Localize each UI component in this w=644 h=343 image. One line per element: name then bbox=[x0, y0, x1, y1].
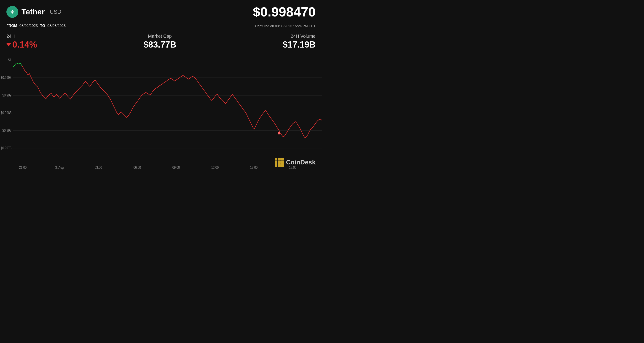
arrow-down-icon bbox=[6, 43, 11, 46]
coin-info: Tether USDT bbox=[6, 6, 65, 18]
header: Tether USDT $0.998470 bbox=[0, 0, 322, 22]
svg-rect-31 bbox=[275, 164, 278, 167]
main-container: Tether USDT $0.998470 FROM 08/02/2023 TO… bbox=[0, 0, 322, 172]
stats-row: 24H 0.14% Market Cap $83.77B 24H Volume … bbox=[0, 30, 322, 52]
to-value: 08/03/2023 bbox=[47, 24, 66, 28]
coindesk-icon bbox=[274, 157, 284, 168]
coindesk-text: CoinDesk bbox=[286, 159, 316, 166]
svg-text:09:00: 09:00 bbox=[172, 165, 180, 170]
coin-logo bbox=[6, 6, 18, 18]
marketcap-value: $83.77B bbox=[144, 40, 176, 50]
date-range: FROM 08/02/2023 TO 08/03/2023 bbox=[6, 24, 66, 28]
svg-rect-27 bbox=[275, 161, 278, 164]
svg-text:$0.9995: $0.9995 bbox=[1, 76, 12, 80]
stat-volume: 24H Volume $17.19B bbox=[283, 34, 316, 50]
coin-name: Tether bbox=[22, 7, 44, 16]
current-price: $0.998470 bbox=[253, 4, 316, 20]
svg-text:$0.9985: $0.9985 bbox=[1, 111, 12, 115]
svg-text:$0.9975: $0.9975 bbox=[1, 146, 12, 150]
svg-rect-32 bbox=[278, 164, 280, 167]
svg-rect-25 bbox=[275, 158, 278, 160]
svg-text:3. Aug: 3. Aug bbox=[55, 165, 64, 170]
change-value: 0.14% bbox=[6, 40, 37, 50]
svg-text:$0.998: $0.998 bbox=[2, 128, 12, 133]
captured-text: Captured on 08/03/2023 15:24 PM EDT bbox=[255, 24, 316, 28]
svg-text:$0.999: $0.999 bbox=[2, 93, 12, 98]
svg-rect-33 bbox=[281, 164, 284, 167]
stat-marketcap: Market Cap $83.77B bbox=[144, 34, 176, 50]
coindesk-logo: CoinDesk bbox=[274, 157, 316, 168]
chart-area: $1 $0.9995 $0.999 $0.9985 $0.998 $0.9975… bbox=[0, 52, 322, 172]
price-dot bbox=[278, 132, 280, 134]
svg-rect-30 bbox=[281, 161, 284, 164]
svg-text:15:00: 15:00 bbox=[250, 165, 258, 170]
svg-text:03:00: 03:00 bbox=[95, 165, 102, 170]
change-label: 24H bbox=[6, 34, 37, 39]
svg-rect-2 bbox=[0, 52, 322, 172]
volume-label: 24H Volume bbox=[283, 34, 316, 39]
svg-text:06:00: 06:00 bbox=[134, 165, 141, 170]
svg-text:12:00: 12:00 bbox=[211, 165, 219, 170]
volume-value: $17.19B bbox=[283, 40, 316, 50]
coin-ticker: USDT bbox=[50, 9, 64, 15]
svg-rect-29 bbox=[281, 158, 284, 160]
marketcap-label: Market Cap bbox=[144, 34, 176, 39]
from-value: 08/02/2023 bbox=[20, 24, 38, 28]
svg-text:21:00: 21:00 bbox=[19, 165, 27, 170]
svg-rect-26 bbox=[278, 158, 280, 160]
price-chart: $1 $0.9995 $0.999 $0.9985 $0.998 $0.9975… bbox=[0, 52, 322, 172]
to-label: TO bbox=[40, 24, 45, 28]
stat-24h-change: 24H 0.14% bbox=[6, 34, 37, 50]
svg-text:$1: $1 bbox=[8, 58, 12, 62]
svg-rect-28 bbox=[278, 161, 280, 164]
date-row: FROM 08/02/2023 TO 08/03/2023 Captured o… bbox=[0, 22, 322, 30]
from-label: FROM bbox=[6, 24, 17, 28]
svg-rect-1 bbox=[12, 12, 12, 14]
